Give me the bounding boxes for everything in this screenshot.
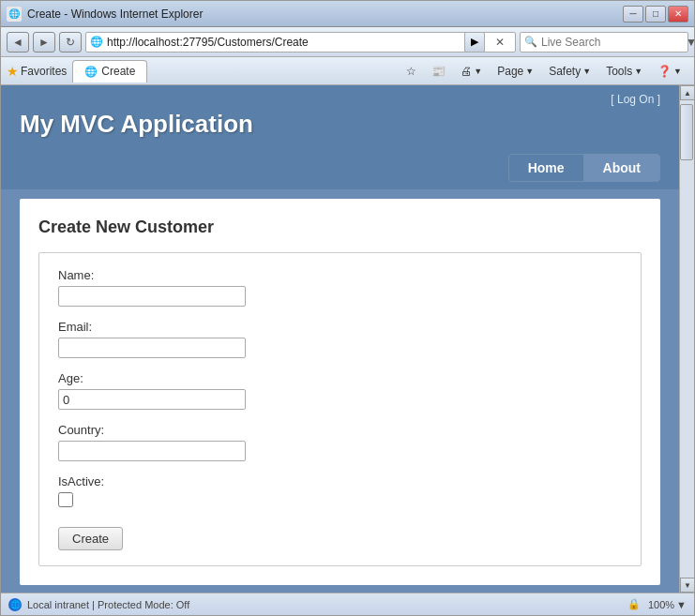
form-container: Create New Customer Name: Email: [20,199,660,585]
add-to-favorites-button[interactable]: ☆ [400,60,423,83]
status-right-area: 🔒 100% ▼ [627,598,687,610]
tools-menu-button[interactable]: Tools ▼ [599,60,649,83]
stop-button[interactable]: ✕ [489,32,511,53]
name-input[interactable] [58,286,246,307]
search-input[interactable] [541,36,682,49]
form-title: Create New Customer [38,218,642,237]
log-on-area: [ Log On ] [20,93,660,106]
isactive-label: IsActive: [58,474,622,488]
name-label: Name: [58,268,622,282]
page-icon: 🌐 [90,36,103,48]
country-input[interactable] [58,441,246,461]
minimize-button[interactable]: ─ [623,6,643,23]
address-bar: ◄ ► ↻ 🌐 ▶ ✕ 🔍 ▼ [1,27,694,57]
title-bar: 🌐 Create - Windows Internet Explorer ─ □… [1,1,694,27]
window-title: Create - Windows Internet Explorer [27,8,617,21]
status-bar: 🌐 Local intranet | Protected Mode: Off 🔒… [1,593,694,615]
search-button[interactable]: ▼ [686,34,695,51]
country-field-group: Country: [58,423,622,461]
feeds-button[interactable]: 📰 [425,60,452,83]
go-button[interactable]: ▶ [464,32,485,53]
tab-icon: 🌐 [84,66,98,78]
age-field-group: Age: [58,371,622,410]
scroll-up-button[interactable]: ▲ [680,85,694,100]
isactive-checkbox[interactable] [58,492,73,507]
page-wrapper: [ Log On ] My MVC Application Home About… [1,85,679,593]
favorites-label[interactable]: Favorites [21,65,67,78]
email-input[interactable] [58,338,246,358]
window-controls: ─ □ ✕ [623,6,688,23]
help-button[interactable]: ❓ ▼ [651,60,688,83]
browser-toolbar: ★ Favorites 🌐 Create ☆ 📰 🖨 ▼ Page ▼ Safe… [1,57,694,85]
browser-tab-create[interactable]: 🌐 Create [72,60,147,83]
isactive-field-group: IsActive: [58,474,622,510]
create-submit-button[interactable]: Create [58,527,123,550]
security-status-icon: 🔒 [627,598,641,610]
favorites-icon: ★ [7,64,19,79]
scroll-down-button[interactable]: ▼ [680,578,694,593]
country-label: Country: [58,423,622,437]
about-nav-button[interactable]: About [583,154,660,182]
nav-bar: Home About [1,146,679,189]
app-title: My MVC Application [20,110,660,139]
scroll-track[interactable] [680,100,694,578]
content-area: [ Log On ] My MVC Application Home About… [1,85,694,593]
security-icon: 🌐 [8,598,22,611]
main-content: [ Log On ] My MVC Application Home About… [1,85,679,593]
scrollbar: ▲ ▼ [679,85,694,593]
email-field-group: Email: [58,320,622,358]
app-header: [ Log On ] My MVC Application [1,85,679,146]
address-input[interactable] [107,36,461,49]
toolbar-right: ☆ 📰 🖨 ▼ Page ▼ Safety ▼ Tools ▼ ❓ ▼ [400,60,688,83]
page-menu-button[interactable]: Page ▼ [491,60,540,83]
scroll-thumb[interactable] [680,104,693,160]
refresh-button[interactable]: ↻ [59,32,82,53]
safety-menu-button[interactable]: Safety ▼ [542,60,597,83]
maximize-button[interactable]: □ [645,6,666,23]
form-inner: Name: Email: Age: [38,252,642,566]
browser-icon: 🌐 [7,7,22,22]
home-nav-button[interactable]: Home [508,154,584,182]
address-bar-input-wrap: 🌐 ▶ ✕ [85,32,516,53]
live-search-icon: 🔍 [524,36,537,48]
email-label: Email: [58,320,622,334]
search-bar-wrap: 🔍 ▼ [520,32,688,53]
zoom-label: 100% [648,599,674,610]
name-field-group: Name: [58,268,622,307]
zoom-chevron-icon: ▼ [676,599,687,610]
status-text: Local intranet | Protected Mode: Off [27,599,622,610]
age-label: Age: [58,371,622,385]
tab-label: Create [101,65,135,78]
browser-window: 🌐 Create - Windows Internet Explorer ─ □… [0,0,695,616]
print-button[interactable]: 🖨 ▼ [454,60,489,83]
age-input[interactable] [58,389,246,410]
forward-button[interactable]: ► [33,32,55,53]
log-on-link[interactable]: [ Log On ] [611,93,660,106]
back-button[interactable]: ◄ [7,32,29,53]
zoom-control[interactable]: 100% ▼ [648,599,687,610]
close-button[interactable]: ✕ [668,6,688,23]
